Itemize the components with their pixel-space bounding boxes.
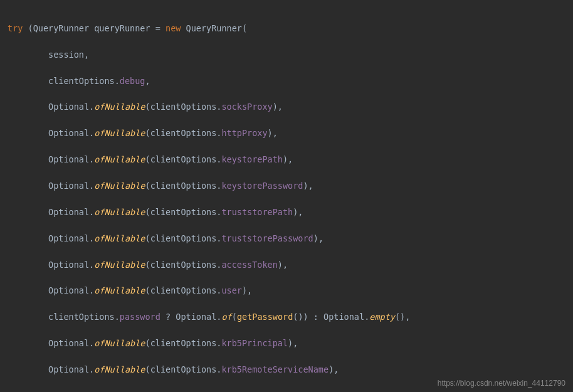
code-line-11: Optional.ofNullable(clientOptions.user), <box>0 284 573 297</box>
code-line-10: Optional.ofNullable(clientOptions.access… <box>0 258 573 272</box>
code-line-3: clientOptions.debug, <box>0 75 573 88</box>
code-line-13: Optional.ofNullable(clientOptions.krb5Pr… <box>0 337 573 350</box>
footer-url: https://blog.csdn.net/weixin_44112790 <box>438 378 565 389</box>
code-line-9: Optional.ofNullable(clientOptions.trusts… <box>0 232 573 245</box>
code-line-12: clientOptions.password ? Optional.of(get… <box>0 310 573 324</box>
code-line-7: Optional.ofNullable(clientOptions.keysto… <box>0 179 573 193</box>
code-line-4: Optional.ofNullable(clientOptions.socksP… <box>0 100 573 114</box>
code-line-8: Optional.ofNullable(clientOptions.trusts… <box>0 206 573 219</box>
code-container: try (QueryRunner queryRunner = new Query… <box>0 0 573 392</box>
code-line-2: session, <box>0 48 573 61</box>
code-line-6: Optional.ofNullable(clientOptions.keysto… <box>0 153 573 166</box>
code-line-14: Optional.ofNullable(clientOptions.krb5Re… <box>0 363 573 376</box>
code-line-1: try (QueryRunner queryRunner = new Query… <box>0 22 573 35</box>
code-line-5: Optional.ofNullable(clientOptions.httpPr… <box>0 127 573 140</box>
code-line-15: Optional.ofNullable(clientOptions.krb5Co… <box>0 389 573 392</box>
